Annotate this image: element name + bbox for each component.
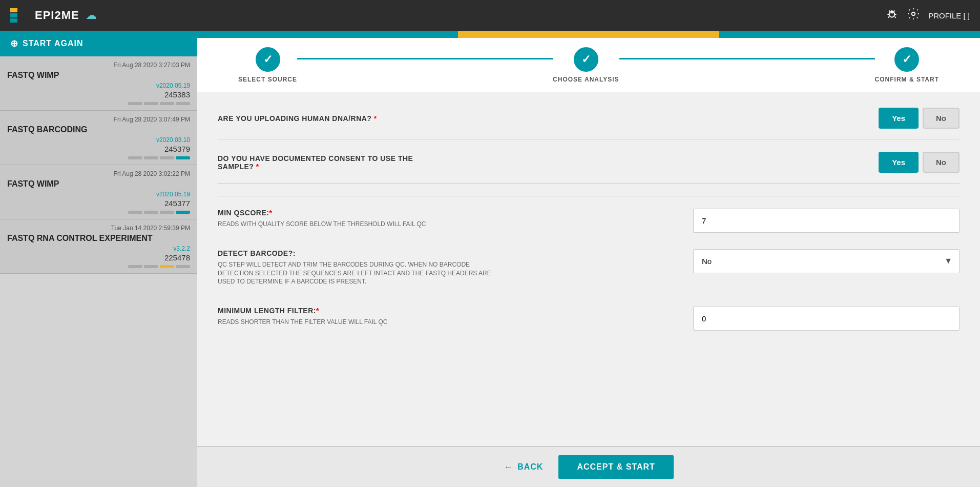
content-area: ✓ SELECT SOURCE ✓ CHOOSE ANALYSIS ✓ CONF… xyxy=(197,31,980,487)
min-length-required: * xyxy=(316,307,319,315)
svg-point-4 xyxy=(912,12,915,16)
detect-barcode-left: DETECT BARCODE?: QC STEP WILL DETECT AND… xyxy=(218,249,494,291)
bar-segment xyxy=(144,102,158,105)
back-button[interactable]: ← BACK xyxy=(504,462,543,473)
step-bar-2 xyxy=(458,31,719,38)
step-color-bar xyxy=(197,31,980,38)
human-dna-label: ARE YOU UPLOADING HUMAN DNA/RNA? * xyxy=(218,114,377,123)
item-id: 225478 xyxy=(7,253,190,262)
bar-segment xyxy=(176,211,190,214)
steps-row: ✓ SELECT SOURCE ✓ CHOOSE ANALYSIS ✓ CONF… xyxy=(197,38,980,92)
bar-segment xyxy=(128,156,142,159)
consent-controls: Yes No xyxy=(879,152,960,173)
step-bar-1 xyxy=(197,31,458,38)
min-qscore-desc: READS WITH QUALITY SCORE BELOW THE THRES… xyxy=(218,220,494,229)
item-date: Fri Aug 28 2020 3:27:03 PM xyxy=(7,62,190,69)
min-qscore-section: MIN QSCORE:* READS WITH QUALITY SCORE BE… xyxy=(218,209,960,234)
bar-segment xyxy=(160,102,174,105)
min-length-input[interactable] xyxy=(693,307,960,331)
bar-segment xyxy=(176,102,190,105)
start-again-label: START AGAIN xyxy=(23,39,84,48)
detect-barcode-label: DETECT BARCODE?: xyxy=(218,249,494,257)
divider xyxy=(218,196,960,196)
form-content: ARE YOU UPLOADING HUMAN DNA/RNA? * Yes N… xyxy=(197,92,980,362)
nav-right: PROFILE [ ] xyxy=(885,7,970,24)
bottom-bar: ← BACK ACCEPT & START xyxy=(197,446,980,487)
back-arrow-icon: ← xyxy=(504,462,513,473)
step-1-circle: ✓ xyxy=(256,47,280,72)
item-bar xyxy=(7,211,190,214)
min-qscore-right xyxy=(693,209,960,233)
consent-yes-button[interactable]: Yes xyxy=(879,152,919,173)
accept-start-button[interactable]: ACCEPT & START xyxy=(558,455,673,479)
item-name: FASTQ BARCODING xyxy=(7,125,190,134)
bar-segment xyxy=(144,265,158,268)
min-qscore-label: MIN QSCORE:* xyxy=(218,209,494,217)
step-1-label: SELECT SOURCE xyxy=(238,76,297,83)
bar-segment xyxy=(144,156,158,159)
list-item[interactable]: Fri Aug 28 2020 3:02:22 PM FASTQ WIMP v2… xyxy=(0,165,197,219)
epi2me-logo-icon xyxy=(10,6,29,25)
item-date: Tue Jan 14 2020 2:59:39 PM xyxy=(7,225,190,232)
bar-segment xyxy=(160,211,174,214)
list-item[interactable]: Tue Jan 14 2020 2:59:39 PM FASTQ RNA CON… xyxy=(0,219,197,274)
min-length-section: MINIMUM LENGTH FILTER:* READS SHORTER TH… xyxy=(218,307,960,332)
human-dna-yes-button[interactable]: Yes xyxy=(879,108,919,129)
consent-label: DO YOU HAVE DOCUMENTED CONSENT TO USE TH… xyxy=(218,154,433,171)
detect-barcode-select-wrap: No Yes ▼ xyxy=(693,249,960,273)
item-name: FASTQ WIMP xyxy=(7,179,190,189)
item-name: FASTQ RNA CONTROL EXPERIMENT xyxy=(7,234,190,243)
item-date: Fri Aug 28 2020 3:02:22 PM xyxy=(7,170,190,177)
min-length-desc: READS SHORTER THAN THE FILTER VALUE WILL… xyxy=(218,318,494,327)
back-label: BACK xyxy=(517,462,543,472)
item-version: v2020.03.10 xyxy=(7,136,190,144)
item-version: v2020.05.19 xyxy=(7,82,190,89)
human-dna-controls: Yes No xyxy=(879,108,960,129)
step-2-label: CHOOSE ANALYSIS xyxy=(553,76,619,83)
human-dna-no-button[interactable]: No xyxy=(923,108,960,129)
sidebar: ⊕ START AGAIN Fri Aug 28 2020 3:27:03 PM… xyxy=(0,31,197,487)
svg-rect-0 xyxy=(10,8,17,12)
logo-area: EPI2ME ☁ xyxy=(10,6,97,25)
detect-barcode-desc: QC STEP WILL DETECT AND TRIM THE BARCODE… xyxy=(218,260,494,286)
step-3-label: CONFIRM & START xyxy=(875,76,939,83)
step-3-circle: ✓ xyxy=(894,47,919,72)
bar-segment xyxy=(160,265,174,268)
item-bar xyxy=(7,156,190,159)
svg-rect-1 xyxy=(10,13,17,17)
min-length-left: MINIMUM LENGTH FILTER:* READS SHORTER TH… xyxy=(218,307,494,332)
item-date: Fri Aug 28 2020 3:07:49 PM xyxy=(7,116,190,123)
item-version: v2020.05.19 xyxy=(7,191,190,198)
bar-segment xyxy=(176,265,190,268)
start-again-button[interactable]: ⊕ START AGAIN xyxy=(0,31,197,56)
min-qscore-input[interactable] xyxy=(693,209,960,233)
settings-icon[interactable] xyxy=(907,7,920,24)
bar-segment xyxy=(160,156,174,159)
step-1: ✓ SELECT SOURCE xyxy=(238,47,297,83)
consent-row: DO YOU HAVE DOCUMENTED CONSENT TO USE TH… xyxy=(218,152,960,184)
plus-circle-icon: ⊕ xyxy=(10,38,18,49)
detect-barcode-select[interactable]: No Yes xyxy=(693,249,960,273)
sidebar-list: Fri Aug 28 2020 3:27:03 PM FASTQ WIMP v2… xyxy=(0,56,197,487)
top-nav: EPI2ME ☁ PROFILE [ ] xyxy=(0,0,980,31)
form-area: ARE YOU UPLOADING HUMAN DNA/RNA? * Yes N… xyxy=(197,92,980,446)
list-item[interactable]: Fri Aug 28 2020 3:07:49 PM FASTQ BARCODI… xyxy=(0,111,197,165)
list-item[interactable]: Fri Aug 28 2020 3:27:03 PM FASTQ WIMP v2… xyxy=(0,56,197,111)
main-layout: ⊕ START AGAIN Fri Aug 28 2020 3:27:03 PM… xyxy=(0,31,980,487)
bar-segment xyxy=(128,265,142,268)
item-id: 245383 xyxy=(7,90,190,99)
consent-required: * xyxy=(256,163,259,171)
item-name: FASTQ WIMP xyxy=(7,71,190,80)
human-dna-row: ARE YOU UPLOADING HUMAN DNA/RNA? * Yes N… xyxy=(218,108,960,139)
profile-text[interactable]: PROFILE [ ] xyxy=(928,11,970,20)
bar-segment xyxy=(144,211,158,214)
step-connector-1 xyxy=(297,58,553,59)
item-id: 245377 xyxy=(7,199,190,208)
item-bar xyxy=(7,265,190,268)
detect-barcode-section: DETECT BARCODE?: QC STEP WILL DETECT AND… xyxy=(218,249,960,291)
cloud-icon: ☁ xyxy=(86,9,97,22)
consent-no-button[interactable]: No xyxy=(923,152,960,173)
min-qscore-required: * xyxy=(269,209,272,217)
step-connector-2 xyxy=(619,58,875,59)
bug-icon[interactable] xyxy=(885,7,899,24)
